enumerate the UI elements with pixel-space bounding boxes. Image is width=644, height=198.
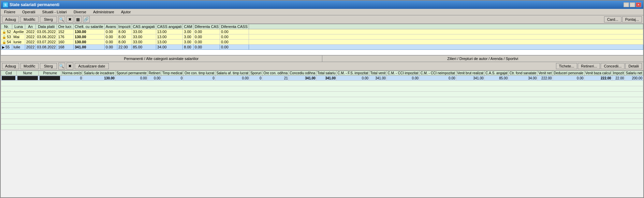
cell-data: 03.08.2022 [36, 45, 57, 50]
link-icon[interactable]: 🔗 [83, 16, 90, 23]
grid-icon[interactable]: ▦ [75, 16, 82, 23]
close-button[interactable]: ✕ [636, 2, 641, 7]
bottom-grid-table: Cod Nume Prenume Norma ore/zi Salariu de… [1, 71, 643, 130]
section-divider: Permanenti / Alte categorii asimilate sa… [1, 55, 643, 62]
delete-x-icon[interactable]: ✖ [67, 16, 73, 23]
col-sal-net: Salariu net [625, 71, 643, 76]
cell-extra [249, 45, 643, 50]
minimize-button[interactable]: — [624, 2, 629, 7]
cell-dif-cas: 0.00 [193, 40, 220, 45]
table-row-empty [1, 50, 643, 55]
col-retineri: Retineri [148, 71, 161, 76]
cell-luna: Iulie [12, 45, 25, 50]
col-header-ore: Ore lucr. [57, 24, 74, 29]
cell-chelt: 130.00 [73, 29, 104, 34]
cell-an: 2022 [25, 45, 35, 50]
pontaj-button[interactable]: Pontaj... [622, 16, 642, 22]
cell-ore-odihna: 21 [262, 76, 289, 81]
menu-operatii[interactable]: Operatii [20, 10, 38, 14]
modify-button-top[interactable]: Modific [20, 16, 39, 22]
menu-ajutor[interactable]: Ajutor [119, 10, 133, 14]
retineri-button[interactable]: Retineri... [578, 63, 600, 69]
col-cm-cci-neimp: C.M. - CCI neimpozitat [420, 71, 456, 76]
cell-cass: 13.00 [156, 40, 183, 45]
menu-fisiere[interactable]: Fisiere [2, 10, 17, 14]
cell-an: 2022 [25, 40, 35, 45]
col-header-avans: Avans [104, 24, 117, 29]
cell-timp-med: 0 [161, 76, 184, 81]
cell-cam: 8.00 [183, 45, 193, 50]
search-icon-bottom[interactable]: 🔍 [58, 63, 65, 70]
cell-dif-cas: 0.00 [193, 34, 220, 40]
cell-dif-cass: 0.00 [220, 45, 249, 50]
cell-venit-baza: 222.00 [584, 76, 612, 81]
maximize-button[interactable]: □ [630, 2, 635, 7]
lock-icon: 🔒 [2, 40, 6, 44]
cell-prenume [39, 76, 61, 81]
detalii-button[interactable]: Detalii [625, 63, 642, 69]
tichete-button[interactable]: Tichete... [556, 63, 577, 69]
lock-icon: 🔒 [2, 35, 6, 39]
top-right-buttons: Card... Pontaj... [604, 16, 642, 22]
col-deduceri: Deduceri personale [553, 71, 584, 76]
add-button-bottom[interactable]: Adaug [2, 63, 19, 69]
cell-ore: 168 [57, 45, 74, 50]
table-row[interactable]: 🔒54 Iunie 2022 03.07.2022 160 130.00 0.0… [1, 40, 643, 45]
cell-an: 2022 [25, 34, 35, 40]
top-grid-header: Nr. Luna An Data platii Ore lucr. Chelt.… [1, 24, 643, 29]
col-header-cass: CASS angajati [156, 24, 183, 29]
col-cm-cci-imp: C.M. - CCI impozitat [386, 71, 419, 76]
col-sporuri-perm: Sporuri permanente [115, 71, 148, 76]
col-sporuri: Sporuri [249, 71, 262, 76]
col-header-luna: Luna [12, 24, 25, 29]
table-row[interactable]: 🔒53 Mai 2022 03.06.2022 176 130.00 0.00 … [1, 34, 643, 40]
delete-x-icon-bottom[interactable]: ✖ [67, 63, 73, 70]
window-icon: S [3, 2, 8, 7]
col-impozit: Impozit [612, 71, 625, 76]
table-row[interactable]: 🔒52 Aprilie 2022 03.05.2022 152 130.00 0… [1, 29, 643, 34]
window-title: State salariati permanenti [10, 2, 59, 7]
cell-sporuri: 0 [249, 76, 262, 81]
bottom-empty-row [1, 81, 643, 86]
cell-sal-net: 200.00 [625, 76, 643, 81]
main-window: S State salariati permanenti — □ ✕ Fisie… [0, 0, 644, 198]
col-header-data: Data platii [36, 24, 57, 29]
col-cod: Cod [1, 71, 17, 76]
cell-norma: 0 [61, 76, 83, 81]
bottom-empty-row [1, 113, 643, 119]
cell-chelt: 341.00 [73, 45, 104, 50]
delete-button-top[interactable]: Sterg [40, 16, 57, 22]
concedii-button[interactable]: Concedii... [601, 63, 625, 69]
add-button-top[interactable]: Adaug [2, 16, 19, 22]
cell-fond-san: 34.00 [509, 76, 538, 81]
menu-administrare[interactable]: Administrare [91, 10, 116, 14]
search-icon[interactable]: 🔍 [58, 16, 65, 23]
cell-impozit: 8.00 [117, 34, 132, 40]
menu-situatii[interactable]: Situatii - Listari [40, 10, 69, 14]
bottom-data-row[interactable]: 0 130.00 0.00 0.00 0 0 0.00 0 21 341.00 … [1, 76, 643, 81]
col-concediu: Concediu odihna [289, 71, 316, 76]
bottom-empty-row [1, 97, 643, 103]
menu-diverse[interactable]: Diverse [72, 10, 88, 14]
update-button[interactable]: Actualizare date [75, 63, 109, 69]
cell-data: 03.06.2022 [36, 34, 57, 40]
cell-nr: 🔒52 [1, 29, 12, 34]
cell-extra [249, 40, 643, 45]
bottom-empty-row [1, 86, 643, 92]
cell-ore: 176 [57, 34, 74, 40]
cell-cas: 33.00 [132, 34, 156, 40]
delete-button-bottom[interactable]: Sterg [40, 63, 57, 69]
table-row[interactable]: ▶55 Iulie 2022 03.08.2022 168 341.00 0.0… [1, 45, 643, 50]
lock-icon: 🔒 [2, 30, 6, 34]
col-nume: Nume [16, 71, 39, 76]
modify-button-bottom[interactable]: Modific [20, 63, 39, 69]
cell-extra [249, 34, 643, 40]
cell-cm-cci-imp: 0.00 [386, 76, 419, 81]
col-total-sal: Total salariu [316, 71, 336, 76]
col-venit-brut: Venit brut realizat [456, 71, 484, 76]
cell-avans: 0.00 [104, 29, 117, 34]
top-grid-table: Nr. Luna An Data platii Ore lucr. Chelt.… [1, 24, 643, 55]
col-ore-odihna: Ore con. odihna [262, 71, 289, 76]
cell-cass: 34.00 [156, 45, 183, 50]
card-button[interactable]: Card... [604, 16, 621, 22]
